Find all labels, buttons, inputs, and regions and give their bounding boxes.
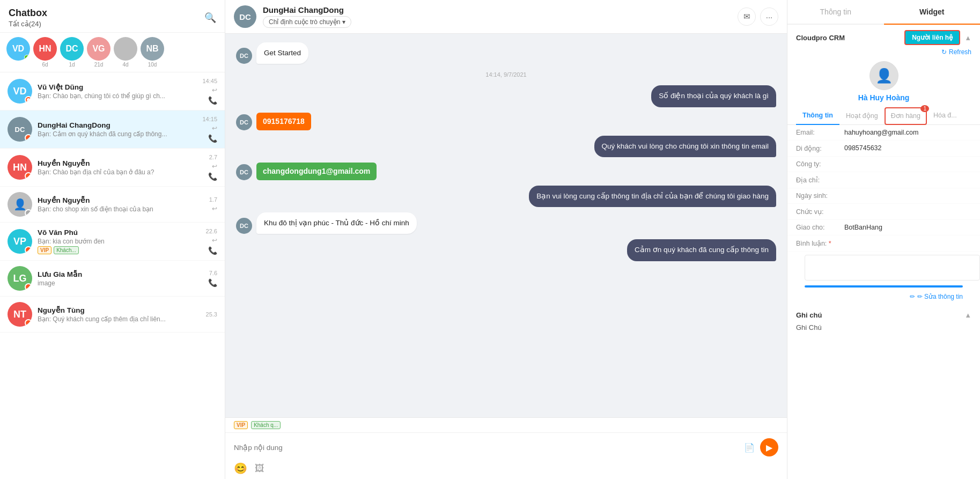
right-panel-tabs: Thông tin Widget [787,0,980,25]
emoji-row: 😊 🖼 [225,462,787,479]
message-bubble: Cảm ơn quý khách đã cung cấp thông tin [627,239,776,261]
chat-item[interactable]: VP Võ Văn Phú Bạn: kia con bướm đen VIP … [0,223,225,261]
chat-status-badge [25,209,32,217]
tags-bar: VIP Khách q... [225,418,787,433]
avatar-item[interactable]: HN 6d [33,37,57,68]
sidebar-title: Chatbox [9,8,47,19]
send-button[interactable]: ▶ [760,438,778,456]
avatar-time: 4d [122,62,128,68]
field-value: 0985745632 [844,144,971,152]
crm-title: Cloudpro CRM [796,34,845,42]
avatar-circle: VD [6,37,30,61]
chat-time: 2.7 [209,154,217,160]
edit-info-row: ✏ ✏ Sửa thông tin [787,288,980,306]
chat-avatar: HN [8,155,32,180]
chat-status-badge [25,172,32,180]
edit-icon: ✏ [910,293,915,300]
tab-activity[interactable]: Hoạt động [839,107,885,125]
chat-item[interactable]: VD Vũ Việt Dũng Bạn: Chào bạn, chúng tôi… [0,72,225,110]
person-icon: 👤 [875,68,893,84]
tab-invoice[interactable]: Hóa đ... [927,107,963,125]
chat-info: Huyền Nguyễn Bạn: cho shop xin số điện t… [38,196,204,213]
avatar-item[interactable]: VG 21d [87,37,110,68]
phone-icon: 📞 [208,134,217,143]
chat-avatar: DC [8,117,32,142]
chat-name: Nguyễn Tùng [38,306,201,314]
edit-info-button[interactable]: ✏ ✏ Sửa thông tin [901,290,971,304]
avatar-item[interactable]: VD [6,37,30,68]
chat-status-badge [25,96,32,104]
chevron-down-icon: ▾ [342,18,345,26]
refresh-icon: ↻ [941,48,947,56]
reply-icon: ↩ [212,124,217,132]
tag-khach: Khách... [54,246,79,254]
nguoi-lien-he-button[interactable]: Người liên hệ [904,30,960,45]
info-field-email: Email: hahuyhoang@gmail.com [787,125,980,141]
chat-input-area: VIP Khách q... 📄 ▶ 😊 🖼 [225,417,787,479]
contact-name: Hà Huy Hoàng [858,93,910,102]
phone-icon: 📞 [208,172,217,181]
info-field-company: Công ty: [787,157,980,172]
tab-widget[interactable]: Widget [884,0,981,25]
chat-preview: Bạn: Chào bạn địa chỉ của bạn ở đâu a? [38,168,203,176]
avatar-circle: VG [87,37,110,61]
field-label: Email: [796,129,844,136]
avatar-item[interactable]: DC 1d [60,37,84,68]
tab-thong-tin[interactable]: Thông tin [787,0,884,25]
chat-header: DC DungHai ChangDong Chỉ định cuộc trò c… [225,0,787,34]
search-button[interactable]: 🔍 [204,12,216,24]
email-button[interactable]: ✉ [738,8,756,26]
chat-time: 25.3 [206,311,217,318]
chat-meta: 22.6 ↩ 📞 [206,228,217,255]
message-bubble: Khu đô thị vạn phúc - Thủ đức - Hồ chí m… [256,212,417,234]
tab-info[interactable]: Thông tin [796,107,839,125]
reply-icon: ↩ [212,163,217,170]
tab-orders[interactable]: Đơn hàng 1 [885,107,927,125]
comment-wrapper [787,252,980,288]
sidebar-subtitle: Tất cả(24) [9,20,47,28]
chat-item[interactable]: HN Huyền Nguyễn Bạn: Chào bạn địa chỉ củ… [0,149,225,187]
chat-item[interactable]: NT Nguyễn Tùng Bạn: Quý khách cung cấp t… [0,297,225,333]
avatar-row: VD HN 6d DC 1d VG 21d 4d [0,33,225,72]
tag-vip: VIP [38,246,51,254]
chat-item[interactable]: 👤 Huyền Nguyễn Bạn: cho shop xin số điện… [0,187,225,223]
chat-preview: Bạn: Chào bạn, chúng tôi có thể giúp gì … [38,92,197,100]
chat-name: DungHai ChangDong [38,121,197,129]
chat-item[interactable]: LG Lưu Gia Mẫn image 7.6 📞 [0,261,225,297]
info-field-birthday: Ngày sinh: [787,188,980,204]
chat-item-active[interactable]: DC DungHai ChangDong Bạn: Cảm ơn quý khá… [0,110,225,149]
chat-status-badge [25,283,32,291]
file-button[interactable]: 📄 [744,443,755,453]
chevron-up-icon[interactable]: ▲ [964,311,971,319]
chat-meta: 14:45 ↩ 📞 [202,78,217,105]
chevron-up-icon: ▲ [964,34,971,42]
chat-avatar: VD [8,79,32,104]
field-label: Bình luận: * [796,239,844,247]
crm-header: Cloudpro CRM Người liên hệ ▲ [787,25,980,47]
sidebar: Chatbox Tất cả(24) 🔍 VD HN 6d DC 1d [0,0,225,479]
message-input[interactable] [234,444,739,452]
message-bubble-email: changdongdung1@gmail.com [256,163,377,180]
assign-conversation-button[interactable]: Chỉ định cuộc trò chuyện ▾ [263,16,351,28]
contact-avatar: 👤 [870,61,898,90]
message-bubble: Quý khách vui lòng cho chúng tôi xin thô… [594,136,776,157]
avatar-time: 1d [69,62,75,68]
chat-info: DungHai ChangDong Bạn: Cảm ơn quý khách … [38,121,197,138]
avatar-item[interactable]: NB 10d [141,37,164,68]
more-options-button[interactable]: ··· [760,8,778,26]
chat-name: Huyền Nguyễn [38,196,204,204]
chat-info: Huyền Nguyễn Bạn: Chào bạn địa chỉ của b… [38,159,203,176]
svg-point-0 [27,98,30,101]
chat-name: Lưu Gia Mẫn [38,270,203,278]
chat-time: 7.6 [209,270,217,276]
tag-vip: VIP [234,421,248,429]
comment-textarea[interactable] [805,255,980,281]
chat-meta: 1.7 ↩ [209,196,217,212]
message-avatar: DC [236,164,252,180]
avatar-item[interactable]: 4d [114,37,137,68]
refresh-button[interactable]: ↻ Refresh [941,48,971,56]
message-row: Cảm ơn quý khách đã cung cấp thông tin [236,239,776,261]
chat-preview: image [38,279,203,287]
image-button[interactable]: 🖼 [255,463,264,474]
emoji-button[interactable]: 😊 [234,462,247,475]
